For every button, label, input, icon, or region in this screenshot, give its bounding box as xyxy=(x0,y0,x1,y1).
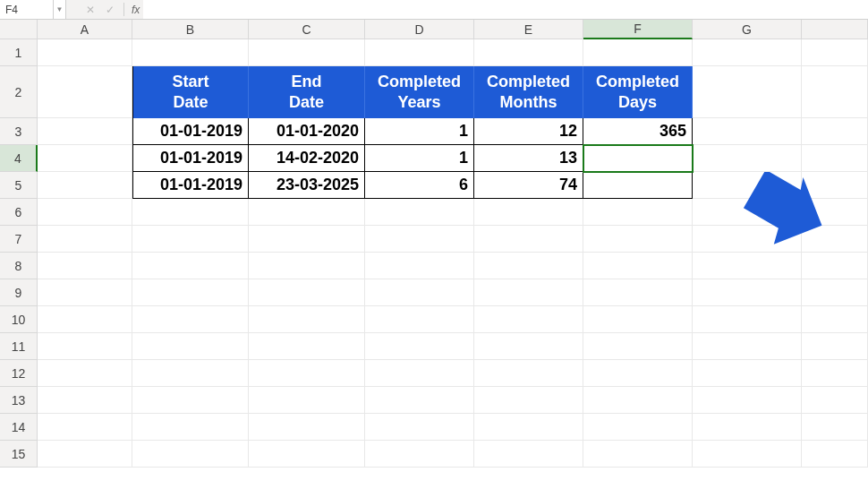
cell-A5[interactable] xyxy=(38,172,132,199)
cell-C11[interactable] xyxy=(249,333,365,360)
cell-C15[interactable] xyxy=(249,441,365,468)
cell-A2[interactable] xyxy=(38,66,132,118)
col-head-E[interactable]: E xyxy=(474,20,583,39)
header-completed-days[interactable]: Completed Days xyxy=(583,66,693,118)
cell-F4[interactable] xyxy=(583,145,693,172)
row-head-1[interactable]: 1 xyxy=(0,39,38,66)
cell-G8[interactable] xyxy=(693,253,802,279)
cell-F9[interactable] xyxy=(583,279,693,306)
select-all-corner[interactable] xyxy=(0,20,38,39)
cell-C9[interactable] xyxy=(249,279,365,306)
row-head-4[interactable]: 4 xyxy=(0,145,38,172)
cell-A7[interactable] xyxy=(38,226,132,253)
cell-G2[interactable] xyxy=(693,66,802,118)
cell-D7[interactable] xyxy=(365,226,474,253)
cell-A12[interactable] xyxy=(38,360,132,387)
row-head-2[interactable]: 2 xyxy=(0,66,38,118)
cell-A6[interactable] xyxy=(38,199,132,226)
cell-E3[interactable]: 12 xyxy=(474,118,583,145)
cell-F14[interactable] xyxy=(583,414,693,441)
cell-E5[interactable]: 74 xyxy=(474,172,583,199)
row-head-6[interactable]: 6 xyxy=(0,199,38,226)
formula-input[interactable] xyxy=(143,0,868,19)
cell-D11[interactable] xyxy=(365,333,474,360)
row-head-8[interactable]: 8 xyxy=(0,253,38,279)
cell-D4[interactable]: 1 xyxy=(365,145,474,172)
cell-D12[interactable] xyxy=(365,360,474,387)
cell-E14[interactable] xyxy=(474,414,583,441)
cell-G11[interactable] xyxy=(693,333,802,360)
cell-B14[interactable] xyxy=(132,414,249,441)
col-head-B[interactable]: B xyxy=(132,20,249,39)
cell-E11[interactable] xyxy=(474,333,583,360)
cell-B9[interactable] xyxy=(132,279,249,306)
cell-G1[interactable] xyxy=(693,39,802,66)
cell-A3[interactable] xyxy=(38,118,132,145)
cell-F7[interactable] xyxy=(583,226,693,253)
cell-D3[interactable]: 1 xyxy=(365,118,474,145)
cell-F6[interactable] xyxy=(583,199,693,226)
cell-C13[interactable] xyxy=(249,387,365,414)
cell-A14[interactable] xyxy=(38,414,132,441)
cell-A8[interactable] xyxy=(38,253,132,279)
cell-C3[interactable]: 01-01-2020 xyxy=(249,118,365,145)
cell-C8[interactable] xyxy=(249,253,365,279)
cell-E12[interactable] xyxy=(474,360,583,387)
cell-F5[interactable] xyxy=(583,172,693,199)
col-head-D[interactable]: D xyxy=(365,20,474,39)
cell-C12[interactable] xyxy=(249,360,365,387)
cell-D13[interactable] xyxy=(365,387,474,414)
cell-E10[interactable] xyxy=(474,306,583,333)
row-head-14[interactable]: 14 xyxy=(0,414,38,441)
cell-E15[interactable] xyxy=(474,441,583,468)
cell-G9[interactable] xyxy=(693,279,802,306)
cell-C5[interactable]: 23-03-2025 xyxy=(249,172,365,199)
cell-A1[interactable] xyxy=(38,39,132,66)
col-head-C[interactable]: C xyxy=(249,20,365,39)
row-head-11[interactable]: 11 xyxy=(0,333,38,360)
cell-B13[interactable] xyxy=(132,387,249,414)
cell-A9[interactable] xyxy=(38,279,132,306)
row-head-13[interactable]: 13 xyxy=(0,387,38,414)
row-head-12[interactable]: 12 xyxy=(0,360,38,387)
cell-D9[interactable] xyxy=(365,279,474,306)
col-head-F[interactable]: F xyxy=(583,20,693,39)
row-head-5[interactable]: 5 xyxy=(0,172,38,199)
cell-E8[interactable] xyxy=(474,253,583,279)
header-completed-months[interactable]: Completed Months xyxy=(474,66,583,118)
cell-B11[interactable] xyxy=(132,333,249,360)
cell-D6[interactable] xyxy=(365,199,474,226)
cell-B4[interactable]: 01-01-2019 xyxy=(132,145,249,172)
cell-A10[interactable] xyxy=(38,306,132,333)
cell-B15[interactable] xyxy=(132,441,249,468)
cell-A13[interactable] xyxy=(38,387,132,414)
cell-D1[interactable] xyxy=(365,39,474,66)
cell-G12[interactable] xyxy=(693,360,802,387)
cell-C6[interactable] xyxy=(249,199,365,226)
cell-D8[interactable] xyxy=(365,253,474,279)
name-box[interactable]: F4 xyxy=(0,0,54,19)
cell-E6[interactable] xyxy=(474,199,583,226)
cell-B12[interactable] xyxy=(132,360,249,387)
cell-B1[interactable] xyxy=(132,39,249,66)
cell-B10[interactable] xyxy=(132,306,249,333)
cell-D10[interactable] xyxy=(365,306,474,333)
col-head-A[interactable]: A xyxy=(38,20,132,39)
cell-F10[interactable] xyxy=(583,306,693,333)
cell-F12[interactable] xyxy=(583,360,693,387)
cell-C4[interactable]: 14-02-2020 xyxy=(249,145,365,172)
cell-D5[interactable]: 6 xyxy=(365,172,474,199)
fx-icon[interactable]: fx xyxy=(128,4,143,16)
cell-C10[interactable] xyxy=(249,306,365,333)
header-end-date[interactable]: End Date xyxy=(249,66,365,118)
cell-C14[interactable] xyxy=(249,414,365,441)
cell-G13[interactable] xyxy=(693,387,802,414)
cell-C7[interactable] xyxy=(249,226,365,253)
cell-A15[interactable] xyxy=(38,441,132,468)
cell-G15[interactable] xyxy=(693,441,802,468)
cell-F11[interactable] xyxy=(583,333,693,360)
cell-F3[interactable]: 365 xyxy=(583,118,693,145)
row-head-7[interactable]: 7 xyxy=(0,226,38,253)
cell-G14[interactable] xyxy=(693,414,802,441)
row-head-10[interactable]: 10 xyxy=(0,306,38,333)
